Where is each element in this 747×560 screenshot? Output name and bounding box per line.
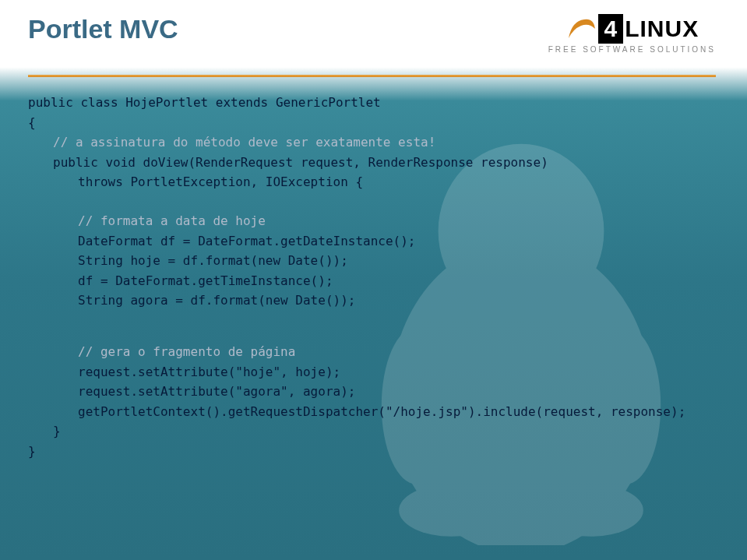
code-block: public class HojePortlet extends Generic… <box>0 62 747 462</box>
code-comment: // a assinatura do método deve ser exata… <box>28 132 719 153</box>
logo-swoosh-icon <box>566 15 597 43</box>
logo-four: 4 <box>598 14 624 44</box>
svg-point-5 <box>399 484 503 537</box>
code-line: request.setAttribute("hoje", hoje); <box>28 362 719 382</box>
code-line: DateFormat df = DateFormat.getDateInstan… <box>28 231 719 252</box>
code-comment: // formata a data de hoje <box>28 211 719 231</box>
slide-header: Portlet MVC 4 LINUX FREE SOFTWARE SOLUTI… <box>0 0 747 62</box>
code-line: } <box>28 421 719 442</box>
code-line: getPortletContext().getRequestDispatcher… <box>28 402 719 422</box>
code-line: public class HojePortlet extends Generic… <box>28 93 719 113</box>
code-comment: // gera o fragmento de página <box>28 342 719 362</box>
code-line: String hoje = df.format(new Date()); <box>28 251 719 271</box>
logo-main: 4 LINUX <box>566 14 699 44</box>
code-line: String agora = df.format(new Date()); <box>28 291 719 311</box>
code-line: request.setAttribute("agora", agora); <box>28 382 719 402</box>
code-line: df = DateFormat.getTimeInstance(); <box>28 271 719 291</box>
code-line: { <box>28 113 719 133</box>
code-line: } <box>28 442 719 462</box>
logo-brand: LINUX <box>625 16 699 42</box>
svg-point-6 <box>538 484 643 537</box>
code-line: public void doView(RenderRequest request… <box>28 153 719 173</box>
logo-tagline: FREE SOFTWARE SOLUTIONS <box>548 45 716 54</box>
code-line: throws PortletException, IOException { <box>28 172 719 192</box>
slide-title: Portlet MVC <box>28 14 178 44</box>
logo: 4 LINUX FREE SOFTWARE SOLUTIONS <box>548 14 716 54</box>
